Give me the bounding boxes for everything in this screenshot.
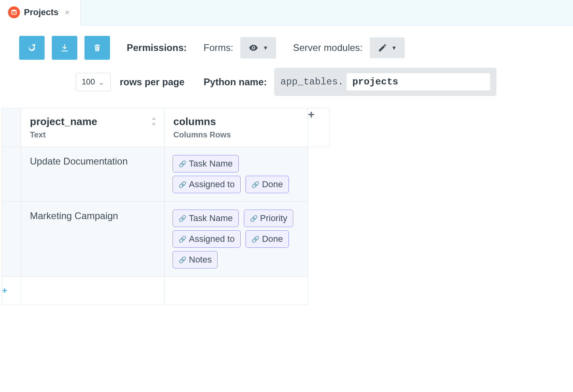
database-icon bbox=[8, 6, 20, 18]
linked-column-chip[interactable]: 🔗Notes bbox=[173, 251, 218, 269]
linked-column-chip[interactable]: 🔗Assigned to bbox=[173, 230, 241, 248]
server-modules-label: Server modules: bbox=[293, 42, 363, 53]
download-button[interactable] bbox=[52, 36, 77, 60]
add-column-button[interactable]: + bbox=[308, 108, 330, 147]
python-name-label: Python name: bbox=[204, 76, 267, 88]
rows-per-page-select[interactable]: 100 ⌄ bbox=[76, 73, 111, 91]
sort-icon[interactable] bbox=[151, 117, 157, 127]
chevron-down-icon: ▼ bbox=[391, 45, 397, 51]
column-name: project_name bbox=[30, 116, 155, 128]
refresh-icon bbox=[27, 43, 37, 53]
tab-projects[interactable]: Projects × bbox=[0, 0, 80, 25]
link-icon: 🔗 bbox=[179, 256, 186, 264]
link-icon: 🔗 bbox=[250, 215, 258, 222]
forms-permission-dropdown[interactable]: ▼ bbox=[240, 37, 276, 59]
link-icon: 🔗 bbox=[251, 181, 259, 188]
row-handle[interactable] bbox=[2, 202, 21, 277]
forms-label: Forms: bbox=[204, 42, 234, 53]
refresh-button[interactable] bbox=[19, 36, 45, 60]
linked-column-chip[interactable]: 🔗Done bbox=[245, 230, 289, 248]
column-type: Text bbox=[30, 130, 155, 139]
server-modules-permission-dropdown[interactable]: ▼ bbox=[370, 37, 405, 58]
table-row: Update Documentation 🔗Task Name 🔗Assigne… bbox=[2, 147, 330, 202]
row-handle-header bbox=[2, 108, 21, 147]
chip-label: Assigned to bbox=[189, 234, 235, 244]
cell-project-name[interactable]: Update Documentation bbox=[21, 147, 165, 202]
table-body: Update Documentation 🔗Task Name 🔗Assigne… bbox=[2, 147, 330, 305]
delete-button[interactable] bbox=[84, 36, 110, 60]
rows-per-page-value: 100 bbox=[82, 77, 95, 86]
close-icon[interactable]: × bbox=[63, 8, 72, 17]
pencil-icon bbox=[378, 43, 387, 53]
link-icon: 🔗 bbox=[179, 235, 186, 243]
data-table: project_name Text columns Columns Rows +… bbox=[2, 108, 330, 305]
link-icon: 🔗 bbox=[251, 235, 259, 243]
link-icon: 🔗 bbox=[179, 215, 186, 222]
trash-icon bbox=[93, 43, 102, 52]
linked-column-chip[interactable]: 🔗Priority bbox=[244, 210, 293, 227]
row-handle[interactable] bbox=[2, 147, 21, 202]
toolbar-row-2: 100 ⌄ rows per page Python name: app_tab… bbox=[0, 68, 573, 108]
chip-label: Done bbox=[262, 179, 283, 190]
empty-cell[interactable] bbox=[21, 277, 165, 305]
table-row: Marketing Campaign 🔗Task Name 🔗Priority … bbox=[2, 202, 330, 277]
rows-per-page-label: rows per page bbox=[120, 76, 184, 88]
link-icon: 🔗 bbox=[179, 181, 186, 188]
chip-label: Task Name bbox=[189, 159, 233, 169]
project-name-value: Update Documentation bbox=[30, 156, 128, 167]
chevron-down-icon: ▼ bbox=[263, 45, 268, 51]
permissions-label: Permissions: bbox=[127, 42, 187, 53]
chip-label: Task Name bbox=[189, 213, 233, 223]
add-row-button[interactable]: + bbox=[2, 277, 21, 305]
project-name-value: Marketing Campaign bbox=[30, 210, 118, 221]
download-icon bbox=[60, 43, 69, 53]
python-name-input[interactable] bbox=[347, 73, 490, 90]
eye-icon bbox=[248, 43, 259, 53]
chip-label: Priority bbox=[260, 213, 287, 223]
toolbar: Permissions: Forms: ▼ Server modules: ▼ bbox=[0, 25, 573, 68]
chip-label: Done bbox=[262, 234, 283, 244]
tabs-bar: Projects × bbox=[0, 0, 573, 25]
linked-column-chip[interactable]: 🔗Task Name bbox=[173, 155, 239, 172]
column-name: columns bbox=[173, 116, 299, 128]
table-header-row: project_name Text columns Columns Rows + bbox=[2, 108, 330, 147]
python-prefix: app_tables. bbox=[281, 76, 343, 87]
link-icon: 🔗 bbox=[179, 160, 186, 168]
svg-point-0 bbox=[12, 10, 16, 12]
column-header-project-name[interactable]: project_name Text bbox=[21, 108, 165, 147]
python-name-box: app_tables. bbox=[274, 68, 496, 96]
tab-title: Projects bbox=[24, 7, 59, 18]
linked-column-chip[interactable]: 🔗Done bbox=[245, 176, 289, 193]
linked-column-chip[interactable]: 🔗Assigned to bbox=[173, 176, 241, 193]
cell-columns[interactable]: 🔗Task Name 🔗Priority 🔗Assigned to 🔗Done … bbox=[165, 202, 308, 277]
cell-columns[interactable]: 🔗Task Name 🔗Assigned to 🔗Done bbox=[165, 147, 308, 202]
add-row: + bbox=[2, 277, 330, 305]
chip-label: Notes bbox=[189, 255, 212, 265]
chip-label: Assigned to bbox=[189, 179, 235, 190]
cell-project-name[interactable]: Marketing Campaign bbox=[21, 202, 165, 277]
chevron-down-icon: ⌄ bbox=[98, 77, 105, 87]
column-header-columns[interactable]: columns Columns Rows bbox=[165, 108, 308, 147]
linked-column-chip[interactable]: 🔗Task Name bbox=[173, 210, 239, 227]
empty-cell[interactable] bbox=[165, 277, 308, 305]
column-type: Columns Rows bbox=[173, 130, 299, 139]
